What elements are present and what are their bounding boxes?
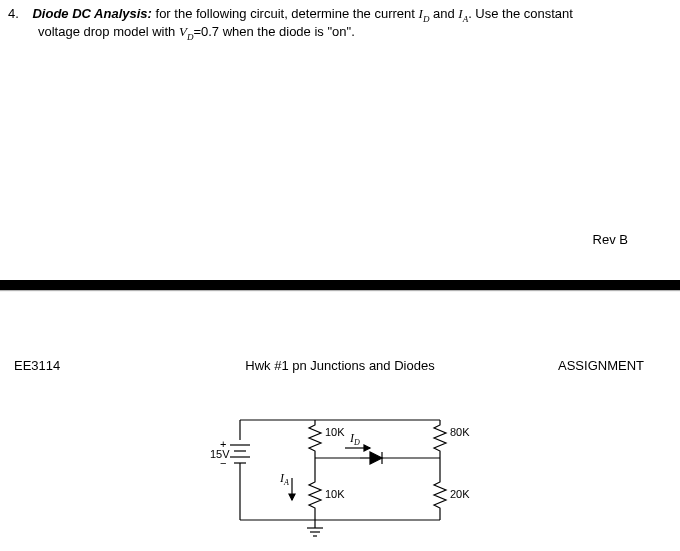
circuit-diagram: + − 15V 10K 10K 80K 20K ID IA bbox=[210, 410, 490, 545]
q-body-1: for the following circuit, determine the… bbox=[152, 6, 419, 21]
assignment-title: Hwk #1 pn Junctions and Diodes bbox=[245, 358, 434, 373]
id-label: ID bbox=[349, 431, 360, 447]
r1-label: 10K bbox=[325, 426, 345, 438]
svg-marker-2 bbox=[289, 494, 295, 500]
page-divider bbox=[0, 280, 680, 290]
vd: V bbox=[179, 24, 187, 39]
q-and: and bbox=[429, 6, 458, 21]
question-title: Diode DC Analysis: bbox=[32, 6, 151, 21]
page-header: EE3114 Hwk #1 pn Junctions and Diodes AS… bbox=[0, 358, 680, 378]
ia-label: IA bbox=[279, 471, 289, 487]
question-number: 4. bbox=[8, 6, 19, 21]
q-line2-a: voltage drop model with bbox=[38, 24, 179, 39]
svg-marker-1 bbox=[364, 445, 370, 451]
r3-label: 80K bbox=[450, 426, 470, 438]
doc-type: ASSIGNMENT bbox=[558, 358, 644, 373]
q-body-2: . Use the constant bbox=[468, 6, 573, 21]
r4-label: 20K bbox=[450, 488, 470, 500]
course-code: EE3114 bbox=[14, 358, 60, 373]
svg-marker-0 bbox=[370, 452, 382, 464]
revision-label: Rev B bbox=[593, 232, 628, 247]
r2-label: 10K bbox=[325, 488, 345, 500]
q-line2-b: =0.7 when the diode is "on". bbox=[193, 24, 354, 39]
question-line2: voltage drop model with VD=0.7 when the … bbox=[8, 24, 660, 42]
question-block: 4. Diode DC Analysis: for the following … bbox=[0, 0, 680, 47]
src-voltage: 15V bbox=[210, 448, 230, 460]
